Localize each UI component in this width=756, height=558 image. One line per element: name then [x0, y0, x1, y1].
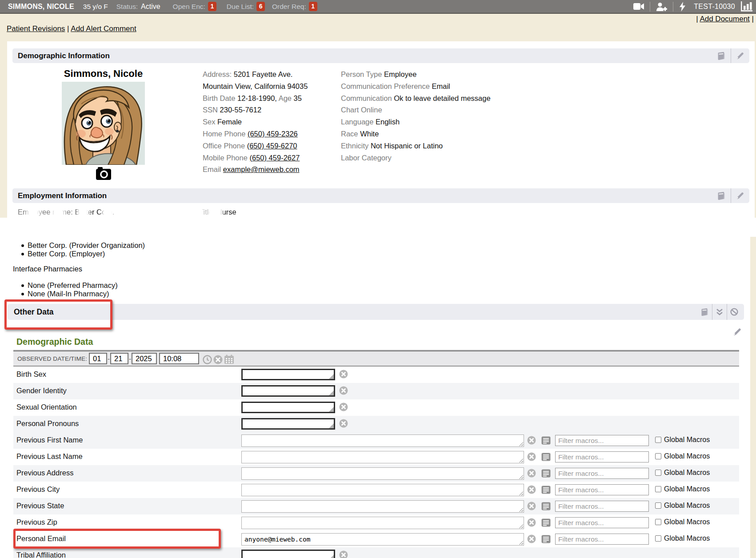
global-macros-checkbox[interactable] [655, 437, 661, 443]
observed-day-input[interactable] [110, 353, 128, 364]
clear-field-icon[interactable] [339, 403, 348, 411]
macro-list-icon[interactable] [541, 535, 551, 543]
select-corner-icon [329, 407, 334, 412]
field-textarea[interactable] [241, 434, 524, 447]
clear-datetime-icon[interactable] [213, 355, 223, 364]
open-encounters-counter[interactable]: Open Enc: 1 [173, 2, 216, 11]
order-req-counter[interactable]: Order Req: 1 [272, 2, 317, 11]
field-label: Previous City [16, 485, 60, 494]
chart-stats-icon[interactable] [741, 1, 752, 12]
clear-field-icon[interactable] [527, 534, 536, 543]
filter-macros-input[interactable] [555, 468, 649, 479]
filter-macros-input[interactable] [555, 451, 649, 462]
calendar-icon[interactable] [224, 355, 234, 364]
field-textarea[interactable] [241, 484, 524, 496]
contact-info-column: Address: 5201 Fayette Ave. Mountain View… [203, 68, 308, 175]
global-macros-checkbox[interactable] [655, 535, 661, 542]
field-textarea[interactable] [241, 517, 524, 529]
select-corner-icon [329, 423, 334, 428]
field-label: Birth Sex [16, 370, 46, 379]
macro-list-icon[interactable] [541, 453, 551, 461]
office-phone-link[interactable]: (650) 459-6270 [247, 142, 297, 150]
global-macros-checkbox[interactable] [655, 453, 661, 459]
section-edit-button[interactable] [731, 188, 749, 203]
field-label: Personal Email [16, 534, 66, 543]
field-label: Previous Address [16, 469, 73, 477]
filter-macros-input[interactable] [555, 501, 649, 512]
form-field-row: Sexual Orientation [13, 399, 739, 416]
field-textarea[interactable]: anyone@mieweb.com [241, 533, 524, 546]
other-data-section-header: Other Data [8, 304, 744, 320]
mobile-phone-link[interactable]: (650) 459-2627 [250, 154, 300, 162]
patient-age-sex: 35 y/o F [83, 3, 108, 11]
list-item: Better Corp. (Provider Organization) [0, 241, 145, 250]
field-textarea[interactable] [241, 500, 524, 513]
add-alert-comment-link[interactable]: Add Alert Comment [71, 24, 136, 33]
autocomplete-select-input[interactable] [241, 402, 335, 413]
clear-field-icon[interactable] [527, 502, 536, 510]
clear-field-icon[interactable] [527, 518, 536, 527]
resize-grip-icon [519, 524, 523, 528]
global-macros-checkbox[interactable] [655, 519, 661, 525]
autocomplete-select-input[interactable] [241, 369, 335, 380]
global-macros-checkbox[interactable] [655, 486, 661, 492]
pharmacy-list: None (Preferred Pharmacy) None (Mail-In … [0, 281, 118, 299]
section-disable-button[interactable] [727, 304, 741, 320]
clock-icon[interactable] [203, 355, 212, 364]
add-document-link[interactable]: Add Document [700, 15, 749, 23]
section-history-button[interactable] [712, 188, 731, 203]
global-macros-checkbox[interactable] [655, 470, 661, 476]
clear-field-icon[interactable] [339, 386, 348, 395]
clear-field-icon[interactable] [339, 370, 348, 379]
employment-information-section-header: Employment Information [12, 188, 749, 203]
due-list-badge[interactable]: 6 [256, 2, 265, 11]
macro-list-icon[interactable] [541, 518, 551, 527]
filter-macros-input[interactable] [555, 435, 649, 446]
order-req-badge[interactable]: 1 [309, 2, 317, 11]
clear-field-icon[interactable] [527, 485, 536, 494]
section-history-button[interactable] [712, 48, 731, 63]
patient-photo[interactable] [62, 82, 145, 165]
observed-month-input[interactable] [89, 353, 107, 364]
global-macros-checkbox[interactable] [655, 502, 661, 509]
email-link[interactable]: example@mieweb.com [223, 165, 300, 173]
section-title: Employment Information [12, 191, 712, 200]
clear-field-icon[interactable] [339, 550, 348, 558]
edit-other-data-button[interactable] [733, 327, 743, 336]
macro-list-icon[interactable] [541, 486, 551, 494]
patient-revisions-link[interactable]: Patient Revisions [7, 24, 65, 33]
clear-field-icon[interactable] [527, 436, 536, 445]
form-field-row: Gender Identity [13, 383, 739, 399]
clear-field-icon[interactable] [339, 419, 348, 428]
update-photo-button[interactable] [96, 166, 112, 181]
field-textarea[interactable] [241, 451, 524, 463]
autocomplete-select-input[interactable] [241, 385, 335, 397]
autocomplete-select-input[interactable] [241, 550, 335, 558]
field-textarea[interactable] [241, 467, 524, 480]
open-encounters-badge[interactable]: 1 [208, 2, 216, 11]
observed-year-input[interactable] [132, 353, 157, 364]
quick-action-lightning-icon[interactable] [679, 2, 686, 12]
home-phone-link[interactable]: (650) 459-2326 [248, 130, 298, 138]
cancel-icon [730, 308, 738, 316]
filter-macros-input[interactable] [555, 534, 649, 545]
filter-macros-input[interactable] [555, 517, 649, 528]
observed-time-input[interactable] [159, 353, 199, 364]
global-macros-label: Global Macros [664, 534, 710, 542]
section-history-button[interactable] [697, 304, 712, 320]
section-collapse-button[interactable] [712, 304, 727, 320]
section-edit-button[interactable] [731, 48, 749, 63]
demographic-data-heading: Demographic Data [16, 337, 93, 347]
due-list-counter[interactable]: Due List: 6 [227, 2, 265, 11]
field-label: Gender Identity [16, 387, 67, 395]
add-patient-icon[interactable] [656, 2, 667, 11]
autocomplete-select-input[interactable] [241, 418, 335, 430]
macro-list-icon[interactable] [541, 436, 551, 445]
filter-macros-input[interactable] [555, 484, 649, 495]
macro-list-icon[interactable] [541, 502, 551, 510]
clear-field-icon[interactable] [527, 452, 536, 461]
clear-field-icon[interactable] [527, 469, 536, 478]
video-call-icon[interactable] [633, 3, 644, 10]
macro-list-icon[interactable] [541, 469, 551, 478]
section-title: Other Data [8, 307, 697, 317]
